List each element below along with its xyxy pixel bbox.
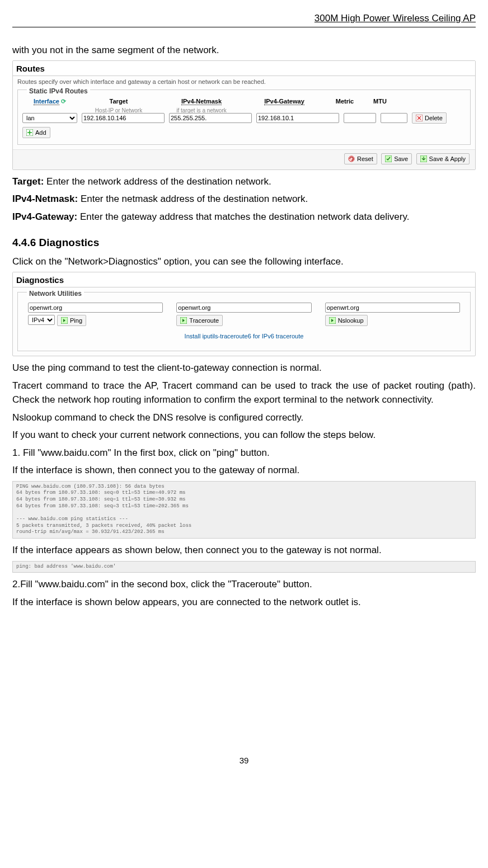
console-ping-bad: ping: bad address 'www.baidu.com' [12,561,476,573]
section-heading: 4.4.6 Diagnostics [12,235,476,251]
diag-col-nslookup: Nslookup [325,303,460,326]
traceroute-button[interactable]: Traceroute [176,315,223,326]
reset-button[interactable]: Reset [344,153,377,164]
nslookup-input[interactable] [325,303,460,313]
routes-title: Routes [13,61,475,76]
ping-input[interactable] [28,303,163,313]
add-button[interactable]: Add [22,127,50,138]
para-steps: If you want to check your current networ… [12,428,476,442]
diag-title: Diagnostics [13,272,475,287]
reload-icon[interactable]: ⟳ [61,98,66,105]
diag-fieldset-label: Network Utilities [27,290,84,298]
para-step2: 2.Fill "www.baidu.com" in the second box… [12,577,476,592]
routes-headers: Interface ⟳ Target IPv4-Netmask IPv4-Gat… [22,97,466,106]
reset-icon [348,155,355,162]
ping-label: Ping [70,317,82,324]
traceroute-label: Traceroute [189,317,219,324]
diag-col-traceroute: Traceroute [176,303,311,326]
diag-col-ping: IPv4 Ping [28,303,163,326]
para-step1: 1. Fill "www.baidu.com" In the first box… [12,446,476,460]
hdr-metric: Metric [326,97,364,106]
netmask-input[interactable] [169,113,252,123]
mtu-input[interactable] [381,113,407,123]
traceroute-input[interactable] [176,303,311,313]
page-number: 39 [12,754,476,767]
para-netmask: IPv4-Netmask: Enter the netmask address … [12,192,476,206]
save-apply-button[interactable]: Save & Apply [416,153,470,164]
delete-label: Delete [425,115,443,121]
ipver-select[interactable]: IPv4 [28,315,55,325]
para-nslookup: Nslookup command to check the DNS resolv… [12,411,476,425]
delete-icon [416,115,423,121]
save-button[interactable]: Save [381,153,412,164]
go-icon [329,317,336,324]
target-input[interactable] [82,113,165,123]
add-icon [26,129,33,136]
apply-icon [420,155,427,162]
para-outlet: If the interface is shown below appears,… [12,595,476,610]
para-gateway: IPv4-Gateway: Enter the gateway address … [12,210,476,224]
hdr-netmask: IPv4-Netmask [181,98,222,105]
hdr-interface: Interface [34,98,59,105]
intro-text: with you not in the same segment of the … [12,43,476,58]
save-apply-label: Save & Apply [429,155,466,162]
ping-button[interactable]: Ping [57,315,86,326]
reset-label: Reset [357,155,373,162]
hdr-target: Target [77,97,160,106]
routes-fieldset: Static IPv4 Routes Interface ⟳ Target IP… [17,89,471,145]
interface-select[interactable]: lan [22,113,77,123]
add-label: Add [35,129,46,136]
page-header: 300M High Power Wireless Ceiling AP [12,11,476,27]
go-icon [61,317,68,324]
diag-row: IPv4 Ping Traceroute Nslookup [22,299,466,331]
hdr-gateway: IPv4-Gateway [264,98,304,105]
console-ping-ok: PING www.baidu.com (180.97.33.108): 56 d… [12,481,476,539]
para-ping: Use the ping command to test the client-… [12,361,476,375]
para-normal: If the interface is shown, then connect … [12,463,476,478]
para-tracert: Tracert command to trace the AP, Tracert… [12,379,476,407]
routes-fieldset-label: Static IPv4 Routes [27,87,90,95]
gateway-input[interactable] [256,113,339,123]
routes-figure: Routes Routes specify over which interfa… [12,60,476,170]
diag-fieldset: Network Utilities IPv4 Ping Traceroute [17,292,471,352]
nslookup-button[interactable]: Nslookup [325,315,368,326]
save-label: Save [394,155,408,162]
routes-buttons: Reset Save Save & Apply [13,149,475,169]
go-icon [180,317,187,324]
diag-intro: Click on the "Network>Diagnostics" optio… [12,254,476,269]
routes-row: lan Delete [22,112,466,124]
para-target: Target: Enter the network address of the… [12,174,476,189]
routes-desc: Routes specify over which interface and … [13,76,475,88]
save-icon [385,155,392,162]
metric-input[interactable] [344,113,376,123]
install-link[interactable]: Install iputils-traceroute6 for IPv6 tra… [22,331,466,349]
hdr-mtu: MTU [364,97,396,106]
para-notnormal: If the interface appears as shown below,… [12,543,476,558]
nslookup-label: Nslookup [338,317,364,324]
delete-button[interactable]: Delete [412,112,447,124]
diag-figure: Diagnostics Network Utilities IPv4 Ping … [12,272,476,356]
